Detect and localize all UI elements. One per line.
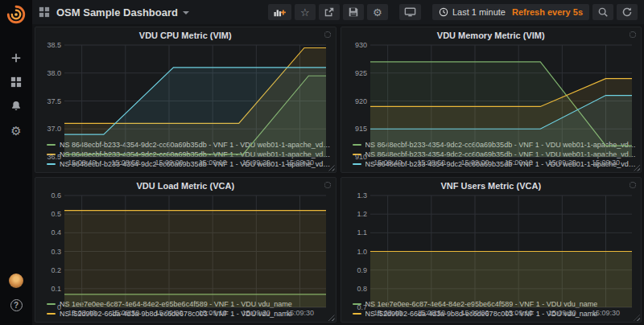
loading-spinner-icon xyxy=(630,31,636,38)
gear-icon: ⚙ xyxy=(373,7,382,18)
svg-text:15:09:20: 15:09:20 xyxy=(547,309,576,317)
bar-chart-plus-icon xyxy=(273,6,287,18)
loading-spinner-icon xyxy=(324,182,331,188)
save-button[interactable] xyxy=(343,4,364,20)
svg-text:15:09:20: 15:09:20 xyxy=(242,158,270,167)
dashboard-settings-button[interactable]: ⚙ xyxy=(367,4,388,20)
dashboard-grid: VDU CPU Metric (VIM) 36.537.037.538.038.… xyxy=(32,24,644,325)
chart-area: 00.10.20.30.40.50.615:08:4015:08:5015:09… xyxy=(40,192,331,298)
star-icon: ☆ xyxy=(300,7,310,18)
refresh-icon xyxy=(621,6,633,18)
top-navbar: OSM Sample Dashboard ☆ xyxy=(32,0,644,24)
monitor-icon xyxy=(404,6,416,18)
svg-text:0.3: 0.3 xyxy=(51,247,61,255)
page-title: OSM Sample Dashboard xyxy=(56,6,178,19)
magnifier-icon xyxy=(597,6,609,18)
svg-text:915: 915 xyxy=(354,125,366,133)
svg-text:15:09:10: 15:09:10 xyxy=(504,309,532,317)
svg-text:15:09:00: 15:09:00 xyxy=(155,158,183,167)
svg-text:36.5: 36.5 xyxy=(47,153,61,161)
chart-canvas[interactable]: 00.10.20.30.40.50.615:08:4015:08:5015:09… xyxy=(40,192,331,318)
svg-text:1.1: 1.1 xyxy=(357,228,367,237)
share-button[interactable] xyxy=(319,4,340,20)
panel-vdu-cpu-metric: VDU CPU Metric (VIM) 36.537.037.538.038.… xyxy=(35,27,336,173)
svg-text:15:08:50: 15:08:50 xyxy=(417,158,445,167)
svg-text:15:08:40: 15:08:40 xyxy=(68,158,96,167)
chart-canvas[interactable]: 36.537.037.538.038.515:08:4015:08:5015:0… xyxy=(40,42,331,167)
cycle-view-button[interactable] xyxy=(399,4,421,20)
refresh-button[interactable] xyxy=(617,4,638,20)
svg-text:15:09:20: 15:09:20 xyxy=(242,309,270,317)
user-avatar[interactable] xyxy=(0,269,32,293)
svg-text:920: 920 xyxy=(354,97,366,105)
panel-vnf-users-metric: VNF Users Metric (VCA) 0.70.80.91.01.11.… xyxy=(341,177,642,323)
panel-vdu-load-metric: VDU Load Metric (VCA) 00.10.20.30.40.50.… xyxy=(35,177,336,323)
svg-text:0.9: 0.9 xyxy=(357,265,367,274)
svg-text:15:09:10: 15:09:10 xyxy=(199,309,227,317)
sidebar-item-alerting[interactable] xyxy=(0,94,32,118)
svg-text:15:08:50: 15:08:50 xyxy=(111,158,139,167)
svg-text:15:08:40: 15:08:40 xyxy=(68,309,96,317)
time-range-label: Last 1 minute xyxy=(452,7,506,17)
panel-title[interactable]: VDU CPU Metric (VIM) xyxy=(40,30,331,42)
svg-text:38.5: 38.5 xyxy=(47,42,61,49)
svg-text:15:08:50: 15:08:50 xyxy=(111,309,139,317)
chart-area: 36.537.037.538.038.515:08:4015:08:5015:0… xyxy=(40,42,331,138)
svg-text:1.2: 1.2 xyxy=(357,210,367,218)
svg-text:37.0: 37.0 xyxy=(47,125,61,133)
svg-text:930: 930 xyxy=(354,42,366,49)
star-button[interactable]: ☆ xyxy=(295,4,316,20)
svg-text:15:08:40: 15:08:40 xyxy=(374,309,402,317)
add-panel-button[interactable] xyxy=(268,4,291,20)
svg-text:15:09:00: 15:09:00 xyxy=(460,309,489,317)
svg-text:37.5: 37.5 xyxy=(47,97,61,105)
avatar-image xyxy=(9,274,23,288)
dashboard-grid-icon xyxy=(39,6,50,18)
refresh-interval-label: Refresh every 5s xyxy=(512,7,583,17)
chevron-down-icon xyxy=(183,11,189,14)
sidebar-item-create[interactable] xyxy=(0,46,32,70)
help-button[interactable]: ? xyxy=(0,293,32,317)
svg-text:15:09:30: 15:09:30 xyxy=(286,309,314,317)
svg-text:15:08:50: 15:08:50 xyxy=(417,309,445,317)
question-icon: ? xyxy=(10,299,23,311)
chart-canvas[interactable]: 91091592092593015:08:4015:08:5015:09:001… xyxy=(346,42,637,167)
save-icon xyxy=(348,6,359,18)
zoom-out-button[interactable] xyxy=(592,4,613,20)
svg-text:15:09:10: 15:09:10 xyxy=(199,158,227,167)
sidebar: ⚙ ? xyxy=(0,0,32,325)
chart-canvas[interactable]: 0.70.80.91.01.11.21.315:08:4015:08:5015:… xyxy=(346,192,637,318)
bell-icon xyxy=(10,101,22,112)
gear-icon: ⚙ xyxy=(10,125,21,137)
chart-area: 0.70.80.91.01.11.21.315:08:4015:08:5015:… xyxy=(346,192,637,298)
panel-title[interactable]: VDU Load Metric (VCA) xyxy=(40,180,331,192)
svg-text:15:09:00: 15:09:00 xyxy=(155,309,183,317)
sidebar-item-dashboards[interactable] xyxy=(0,70,32,94)
svg-text:15:08:40: 15:08:40 xyxy=(374,158,402,167)
sidebar-item-configuration[interactable]: ⚙ xyxy=(0,118,32,142)
panel-vdu-memory-metric: VDU Memory Metric (VIM) 9109159209259301… xyxy=(341,27,642,173)
svg-text:0.1: 0.1 xyxy=(51,284,61,292)
time-range-picker[interactable]: Last 1 minute Refresh every 5s xyxy=(432,4,589,20)
svg-text:0.2: 0.2 xyxy=(51,265,61,274)
svg-text:15:09:20: 15:09:20 xyxy=(547,158,576,167)
svg-text:0: 0 xyxy=(57,303,61,311)
svg-text:38.0: 38.0 xyxy=(47,69,61,77)
svg-text:15:09:10: 15:09:10 xyxy=(504,158,532,167)
svg-text:15:09:30: 15:09:30 xyxy=(591,158,619,167)
svg-text:1.0: 1.0 xyxy=(357,247,367,255)
panel-title[interactable]: VNF Users Metric (VCA) xyxy=(346,180,637,192)
grafana-logo-icon[interactable] xyxy=(6,4,27,25)
panel-title[interactable]: VDU Memory Metric (VIM) xyxy=(346,30,637,42)
svg-text:15:09:00: 15:09:00 xyxy=(460,158,489,167)
dashboard-title-dropdown[interactable]: OSM Sample Dashboard xyxy=(39,6,189,19)
dashboards-grid-icon xyxy=(10,76,22,88)
svg-text:910: 910 xyxy=(354,153,366,161)
svg-text:925: 925 xyxy=(354,69,366,77)
svg-text:0.5: 0.5 xyxy=(51,210,61,218)
svg-text:1.3: 1.3 xyxy=(357,192,367,200)
svg-text:0.8: 0.8 xyxy=(357,284,367,292)
svg-text:0.4: 0.4 xyxy=(51,228,61,237)
toolbar: ☆ ⚙ xyxy=(265,4,638,20)
clock-icon xyxy=(439,7,448,17)
